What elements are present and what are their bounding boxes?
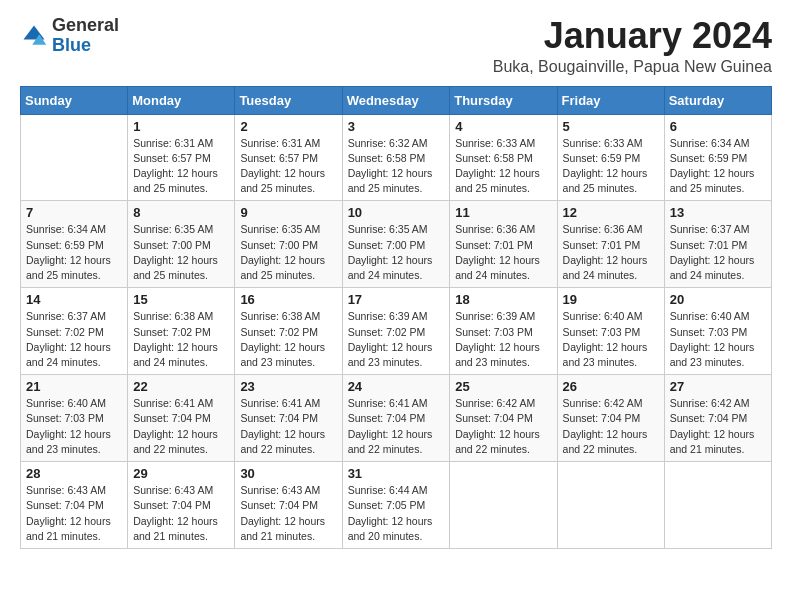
calendar-header-row: Sunday Monday Tuesday Wednesday Thursday… (21, 86, 772, 114)
day-number: 11 (455, 205, 551, 220)
header-monday: Monday (128, 86, 235, 114)
calendar-cell: 8 Sunrise: 6:35 AMSunset: 7:00 PMDayligh… (128, 201, 235, 288)
day-info: Sunrise: 6:41 AMSunset: 7:04 PMDaylight:… (240, 396, 336, 457)
title-section: January 2024 Buka, Bougainville, Papua N… (493, 16, 772, 76)
day-number: 16 (240, 292, 336, 307)
calendar-cell: 29 Sunrise: 6:43 AMSunset: 7:04 PMDaylig… (128, 462, 235, 549)
calendar-cell: 3 Sunrise: 6:32 AMSunset: 6:58 PMDayligh… (342, 114, 450, 201)
day-number: 19 (563, 292, 659, 307)
calendar-cell: 23 Sunrise: 6:41 AMSunset: 7:04 PMDaylig… (235, 375, 342, 462)
day-info: Sunrise: 6:35 AMSunset: 7:00 PMDaylight:… (133, 222, 229, 283)
calendar-week-row-4: 28 Sunrise: 6:43 AMSunset: 7:04 PMDaylig… (21, 462, 772, 549)
day-info: Sunrise: 6:41 AMSunset: 7:04 PMDaylight:… (133, 396, 229, 457)
calendar-cell: 10 Sunrise: 6:35 AMSunset: 7:00 PMDaylig… (342, 201, 450, 288)
calendar-cell: 21 Sunrise: 6:40 AMSunset: 7:03 PMDaylig… (21, 375, 128, 462)
day-number: 1 (133, 119, 229, 134)
day-number: 25 (455, 379, 551, 394)
day-number: 29 (133, 466, 229, 481)
day-info: Sunrise: 6:40 AMSunset: 7:03 PMDaylight:… (670, 309, 766, 370)
day-number: 14 (26, 292, 122, 307)
day-number: 6 (670, 119, 766, 134)
header-sunday: Sunday (21, 86, 128, 114)
day-info: Sunrise: 6:42 AMSunset: 7:04 PMDaylight:… (670, 396, 766, 457)
day-info: Sunrise: 6:42 AMSunset: 7:04 PMDaylight:… (455, 396, 551, 457)
calendar-cell: 26 Sunrise: 6:42 AMSunset: 7:04 PMDaylig… (557, 375, 664, 462)
day-info: Sunrise: 6:34 AMSunset: 6:59 PMDaylight:… (26, 222, 122, 283)
page-header: General Blue January 2024 Buka, Bougainv… (20, 16, 772, 76)
day-info: Sunrise: 6:39 AMSunset: 7:03 PMDaylight:… (455, 309, 551, 370)
calendar-cell: 14 Sunrise: 6:37 AMSunset: 7:02 PMDaylig… (21, 288, 128, 375)
header-wednesday: Wednesday (342, 86, 450, 114)
header-saturday: Saturday (664, 86, 771, 114)
day-info: Sunrise: 6:42 AMSunset: 7:04 PMDaylight:… (563, 396, 659, 457)
calendar-cell: 13 Sunrise: 6:37 AMSunset: 7:01 PMDaylig… (664, 201, 771, 288)
day-number: 5 (563, 119, 659, 134)
day-info: Sunrise: 6:31 AMSunset: 6:57 PMDaylight:… (133, 136, 229, 197)
day-number: 12 (563, 205, 659, 220)
day-number: 13 (670, 205, 766, 220)
day-number: 2 (240, 119, 336, 134)
day-info: Sunrise: 6:38 AMSunset: 7:02 PMDaylight:… (133, 309, 229, 370)
day-number: 15 (133, 292, 229, 307)
day-info: Sunrise: 6:38 AMSunset: 7:02 PMDaylight:… (240, 309, 336, 370)
calendar-cell: 12 Sunrise: 6:36 AMSunset: 7:01 PMDaylig… (557, 201, 664, 288)
calendar-cell: 16 Sunrise: 6:38 AMSunset: 7:02 PMDaylig… (235, 288, 342, 375)
day-info: Sunrise: 6:40 AMSunset: 7:03 PMDaylight:… (563, 309, 659, 370)
calendar-cell: 28 Sunrise: 6:43 AMSunset: 7:04 PMDaylig… (21, 462, 128, 549)
day-number: 31 (348, 466, 445, 481)
day-number: 21 (26, 379, 122, 394)
calendar-cell: 24 Sunrise: 6:41 AMSunset: 7:04 PMDaylig… (342, 375, 450, 462)
header-thursday: Thursday (450, 86, 557, 114)
day-info: Sunrise: 6:44 AMSunset: 7:05 PMDaylight:… (348, 483, 445, 544)
logo-blue-text: Blue (52, 36, 119, 56)
logo-general-text: General (52, 16, 119, 36)
day-info: Sunrise: 6:33 AMSunset: 6:58 PMDaylight:… (455, 136, 551, 197)
day-info: Sunrise: 6:35 AMSunset: 7:00 PMDaylight:… (240, 222, 336, 283)
location-subtitle: Buka, Bougainville, Papua New Guinea (493, 58, 772, 76)
calendar-cell: 30 Sunrise: 6:43 AMSunset: 7:04 PMDaylig… (235, 462, 342, 549)
calendar-cell: 2 Sunrise: 6:31 AMSunset: 6:57 PMDayligh… (235, 114, 342, 201)
day-number: 26 (563, 379, 659, 394)
day-info: Sunrise: 6:37 AMSunset: 7:01 PMDaylight:… (670, 222, 766, 283)
day-info: Sunrise: 6:37 AMSunset: 7:02 PMDaylight:… (26, 309, 122, 370)
calendar-cell: 20 Sunrise: 6:40 AMSunset: 7:03 PMDaylig… (664, 288, 771, 375)
day-info: Sunrise: 6:34 AMSunset: 6:59 PMDaylight:… (670, 136, 766, 197)
day-number: 9 (240, 205, 336, 220)
logo-text: General Blue (52, 16, 119, 56)
day-info: Sunrise: 6:41 AMSunset: 7:04 PMDaylight:… (348, 396, 445, 457)
month-year-title: January 2024 (493, 16, 772, 56)
logo: General Blue (20, 16, 119, 56)
day-info: Sunrise: 6:36 AMSunset: 7:01 PMDaylight:… (455, 222, 551, 283)
day-info: Sunrise: 6:35 AMSunset: 7:00 PMDaylight:… (348, 222, 445, 283)
calendar-cell (21, 114, 128, 201)
calendar-cell: 7 Sunrise: 6:34 AMSunset: 6:59 PMDayligh… (21, 201, 128, 288)
calendar-cell: 9 Sunrise: 6:35 AMSunset: 7:00 PMDayligh… (235, 201, 342, 288)
calendar-cell (450, 462, 557, 549)
day-info: Sunrise: 6:40 AMSunset: 7:03 PMDaylight:… (26, 396, 122, 457)
calendar-week-row-0: 1 Sunrise: 6:31 AMSunset: 6:57 PMDayligh… (21, 114, 772, 201)
calendar-cell: 31 Sunrise: 6:44 AMSunset: 7:05 PMDaylig… (342, 462, 450, 549)
day-number: 7 (26, 205, 122, 220)
day-number: 17 (348, 292, 445, 307)
header-friday: Friday (557, 86, 664, 114)
day-info: Sunrise: 6:32 AMSunset: 6:58 PMDaylight:… (348, 136, 445, 197)
day-info: Sunrise: 6:39 AMSunset: 7:02 PMDaylight:… (348, 309, 445, 370)
calendar-week-row-1: 7 Sunrise: 6:34 AMSunset: 6:59 PMDayligh… (21, 201, 772, 288)
day-number: 22 (133, 379, 229, 394)
calendar-cell: 5 Sunrise: 6:33 AMSunset: 6:59 PMDayligh… (557, 114, 664, 201)
day-number: 18 (455, 292, 551, 307)
day-number: 27 (670, 379, 766, 394)
day-number: 23 (240, 379, 336, 394)
calendar-cell (664, 462, 771, 549)
day-number: 24 (348, 379, 445, 394)
calendar-cell: 4 Sunrise: 6:33 AMSunset: 6:58 PMDayligh… (450, 114, 557, 201)
day-number: 8 (133, 205, 229, 220)
calendar-cell: 15 Sunrise: 6:38 AMSunset: 7:02 PMDaylig… (128, 288, 235, 375)
day-number: 30 (240, 466, 336, 481)
day-info: Sunrise: 6:43 AMSunset: 7:04 PMDaylight:… (133, 483, 229, 544)
calendar-cell: 22 Sunrise: 6:41 AMSunset: 7:04 PMDaylig… (128, 375, 235, 462)
calendar-cell (557, 462, 664, 549)
calendar-cell: 18 Sunrise: 6:39 AMSunset: 7:03 PMDaylig… (450, 288, 557, 375)
day-info: Sunrise: 6:33 AMSunset: 6:59 PMDaylight:… (563, 136, 659, 197)
day-number: 4 (455, 119, 551, 134)
